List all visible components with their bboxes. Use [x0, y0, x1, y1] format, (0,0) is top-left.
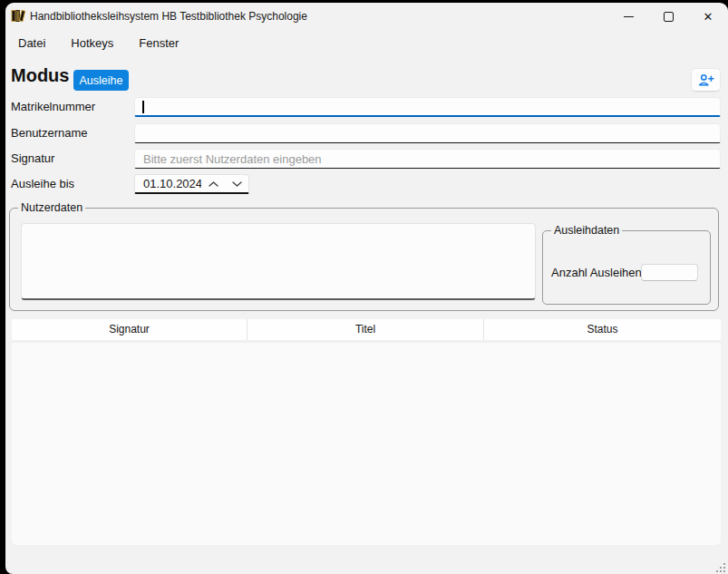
- matrikelnummer-input[interactable]: [134, 97, 721, 117]
- close-icon: ✕: [704, 11, 713, 23]
- mode-ausleihe-button[interactable]: Ausleihe: [73, 70, 129, 91]
- add-user-button[interactable]: [691, 68, 721, 92]
- ausleihe-bis-value[interactable]: [135, 177, 201, 190]
- benutzername-field-wrap: [134, 123, 721, 143]
- chevron-up-icon: [209, 181, 218, 187]
- nutzerdaten-groupbox: Nutzerdaten Ausleihdaten Anzahl Ausleihe…: [9, 208, 719, 311]
- text-caret: [142, 101, 144, 113]
- app-window: Handbibliotheksleihsystem HB Testbibliot…: [5, 3, 728, 574]
- titlebar: Handbibliotheksleihsystem HB Testbibliot…: [5, 3, 728, 30]
- menu-item-datei[interactable]: Datei: [5, 33, 58, 54]
- date-increment-button[interactable]: [201, 175, 225, 192]
- ausleihdaten-legend: Ausleihdaten: [551, 224, 622, 238]
- maximize-icon: [664, 12, 674, 22]
- maximize-button[interactable]: [648, 3, 688, 30]
- column-header-titel[interactable]: Titel: [248, 319, 484, 340]
- anzahl-ausleihen-label: Anzahl Ausleihen: [551, 264, 642, 281]
- minimize-icon: [624, 16, 634, 17]
- nutzerdaten-legend: Nutzerdaten: [18, 201, 85, 215]
- signatur-field-wrap: [134, 149, 721, 169]
- anzahl-ausleihen-input[interactable]: [641, 264, 698, 281]
- ausleihe-bis-label: Ausleihe bis: [11, 174, 74, 194]
- ausleihdaten-groupbox: Ausleihdaten Anzahl Ausleihen: [542, 230, 711, 305]
- menu-item-hotkeys[interactable]: Hotkeys: [58, 33, 126, 54]
- page-title: Modus: [11, 65, 69, 86]
- window-title: Handbibliotheksleihsystem HB Testbibliot…: [30, 3, 307, 30]
- column-header-signatur[interactable]: Signatur: [12, 319, 248, 340]
- results-table: Signatur Titel Status: [12, 319, 721, 545]
- menubar: Datei Hotkeys Fenster: [5, 30, 191, 55]
- ausleihe-bis-date-field[interactable]: [134, 174, 249, 194]
- matrikelnummer-label: Matrikelnummer: [11, 97, 95, 117]
- column-header-status[interactable]: Status: [484, 319, 721, 340]
- person-add-icon: [698, 73, 714, 87]
- menu-item-fenster[interactable]: Fenster: [126, 33, 191, 54]
- resize-grip[interactable]: [713, 560, 725, 572]
- close-button[interactable]: ✕: [688, 3, 728, 30]
- date-decrement-button[interactable]: [225, 175, 248, 192]
- benutzername-label: Benutzername: [11, 123, 88, 143]
- signatur-input[interactable]: [134, 149, 721, 169]
- nutzerdaten-textarea[interactable]: [21, 223, 536, 300]
- matrikelnummer-field-wrap: [134, 97, 721, 117]
- signatur-label: Signatur: [11, 149, 54, 169]
- minimize-button[interactable]: [608, 3, 648, 30]
- chevron-down-icon: [232, 181, 242, 187]
- benutzername-input[interactable]: [134, 123, 721, 143]
- books-icon: [11, 8, 26, 24]
- table-header-row: Signatur Titel Status: [12, 319, 721, 343]
- table-body-empty: [12, 343, 721, 545]
